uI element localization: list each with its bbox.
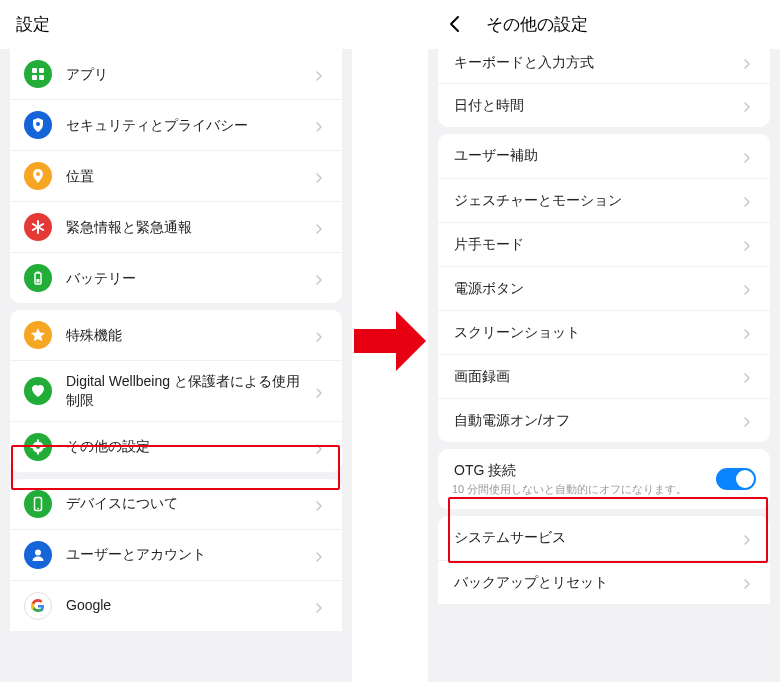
svg-rect-17 bbox=[43, 446, 46, 448]
row-label: Google bbox=[66, 596, 308, 615]
settings-row-battery[interactable]: バッテリー bbox=[10, 252, 342, 303]
svg-rect-3 bbox=[39, 75, 44, 80]
back-button[interactable] bbox=[444, 13, 466, 35]
svg-rect-1 bbox=[39, 68, 44, 73]
svg-point-13 bbox=[36, 445, 40, 449]
chevron-right-icon bbox=[742, 55, 756, 69]
row-label: デバイスについて bbox=[66, 494, 308, 513]
chevron-right-icon bbox=[314, 118, 328, 132]
svg-rect-2 bbox=[32, 75, 37, 80]
row-label: バッテリー bbox=[66, 269, 308, 288]
svg-rect-14 bbox=[37, 439, 39, 442]
row-label: その他の設定 bbox=[66, 437, 308, 456]
chevron-right-icon bbox=[314, 220, 328, 234]
settings-row-onehand[interactable]: 片手モード bbox=[438, 222, 770, 266]
page-title: その他の設定 bbox=[486, 13, 588, 36]
row-label: 特殊機能 bbox=[66, 326, 308, 345]
row-label: スクリーンショット bbox=[454, 323, 736, 342]
heart-icon bbox=[24, 377, 52, 405]
chevron-right-icon bbox=[314, 169, 328, 183]
battery-icon bbox=[24, 264, 52, 292]
settings-row-users-accounts[interactable]: ユーザーとアカウント bbox=[10, 529, 342, 580]
svg-rect-0 bbox=[32, 68, 37, 73]
settings-row-device-about[interactable]: デバイスについて bbox=[10, 479, 342, 529]
settings-row-security[interactable]: セキュリティとプライバシー bbox=[10, 99, 342, 150]
star-icon bbox=[24, 321, 52, 349]
pin-icon bbox=[24, 162, 52, 190]
svg-rect-10 bbox=[37, 272, 40, 274]
chevron-right-icon bbox=[314, 328, 328, 342]
svg-point-19 bbox=[37, 507, 39, 509]
row-label: 画面録画 bbox=[454, 367, 736, 386]
settings-row-other-settings[interactable]: その他の設定 bbox=[10, 421, 342, 472]
row-label: ジェスチャーとモーション bbox=[454, 191, 736, 210]
settings-row-autopower[interactable]: 自動電源オン/オフ bbox=[438, 398, 770, 442]
chevron-right-icon bbox=[314, 67, 328, 81]
svg-point-20 bbox=[35, 549, 41, 555]
google-icon bbox=[24, 592, 52, 620]
svg-point-5 bbox=[36, 172, 40, 176]
settings-row-special[interactable]: 特殊機能 bbox=[10, 310, 342, 360]
settings-row-keyboard[interactable]: キーボードと入力方式 bbox=[438, 49, 770, 83]
otg-toggle[interactable] bbox=[716, 468, 756, 490]
row-label: 位置 bbox=[66, 167, 308, 186]
shield-icon bbox=[24, 111, 52, 139]
row-label: 電源ボタン bbox=[454, 279, 736, 298]
settings-row-wellbeing[interactable]: Digital Wellbeing と保護者による使用制限 bbox=[10, 360, 342, 421]
row-label: ユーザー補助 bbox=[454, 146, 736, 165]
chevron-right-icon bbox=[742, 237, 756, 251]
row-label: Digital Wellbeing と保護者による使用制限 bbox=[66, 372, 308, 410]
row-label: セキュリティとプライバシー bbox=[66, 116, 308, 135]
phone-icon bbox=[24, 490, 52, 518]
row-label: キーボードと入力方式 bbox=[454, 53, 736, 72]
chevron-right-icon bbox=[314, 440, 328, 454]
settings-header: 設定 bbox=[0, 0, 352, 49]
transition-arrow bbox=[352, 0, 428, 682]
other-settings-header: その他の設定 bbox=[428, 0, 780, 49]
row-label: 日付と時間 bbox=[454, 96, 736, 115]
settings-row-powerbutton[interactable]: 電源ボタン bbox=[438, 266, 770, 310]
settings-row-otg[interactable]: OTG 接続 10 分間使用しないと自動的にオフになります。 bbox=[438, 449, 770, 509]
settings-row-accessibility[interactable]: ユーザー補助 bbox=[438, 134, 770, 178]
row-label: システムサービス bbox=[454, 528, 736, 547]
row-label: ユーザーとアカウント bbox=[66, 545, 308, 564]
settings-row-apps[interactable]: アプリ bbox=[10, 49, 342, 99]
row-label: OTG 接続 bbox=[454, 461, 716, 480]
asterisk-icon bbox=[24, 213, 52, 241]
row-label: 片手モード bbox=[454, 235, 736, 254]
svg-rect-11 bbox=[37, 279, 40, 283]
user-icon bbox=[24, 541, 52, 569]
chevron-right-icon bbox=[742, 281, 756, 295]
settings-row-emergency[interactable]: 緊急情報と緊急通報 bbox=[10, 201, 342, 252]
settings-row-location[interactable]: 位置 bbox=[10, 150, 342, 201]
settings-row-google[interactable]: Google bbox=[10, 580, 342, 631]
settings-row-datetime[interactable]: 日付と時間 bbox=[438, 83, 770, 127]
svg-rect-15 bbox=[37, 451, 39, 454]
chevron-right-icon bbox=[742, 193, 756, 207]
chevron-right-icon bbox=[742, 98, 756, 112]
chevron-right-icon bbox=[314, 384, 328, 398]
svg-rect-16 bbox=[31, 446, 34, 448]
row-label: 自動電源オン/オフ bbox=[454, 411, 736, 430]
chevron-right-icon bbox=[742, 149, 756, 163]
chevron-right-icon bbox=[314, 548, 328, 562]
chevron-right-icon bbox=[314, 271, 328, 285]
chevron-right-icon bbox=[742, 575, 756, 589]
apps-icon bbox=[24, 60, 52, 88]
chevron-right-icon bbox=[314, 599, 328, 613]
chevron-right-icon bbox=[742, 325, 756, 339]
settings-row-gestures[interactable]: ジェスチャーとモーション bbox=[438, 178, 770, 222]
chevron-right-icon bbox=[742, 369, 756, 383]
page-title: 設定 bbox=[16, 13, 50, 36]
settings-row-backup-reset[interactable]: バックアップとリセット bbox=[438, 560, 770, 604]
chevron-right-icon bbox=[742, 413, 756, 427]
settings-row-system-services[interactable]: システムサービス bbox=[438, 516, 770, 560]
row-label: バックアップとリセット bbox=[454, 573, 736, 592]
chevron-right-icon bbox=[742, 531, 756, 545]
settings-row-screenrecord[interactable]: 画面録画 bbox=[438, 354, 770, 398]
row-label: アプリ bbox=[66, 65, 308, 84]
chevron-right-icon bbox=[314, 497, 328, 511]
settings-row-screenshot[interactable]: スクリーンショット bbox=[438, 310, 770, 354]
svg-point-4 bbox=[36, 122, 40, 126]
row-subtitle: 10 分間使用しないと自動的にオフになります。 bbox=[452, 482, 716, 497]
